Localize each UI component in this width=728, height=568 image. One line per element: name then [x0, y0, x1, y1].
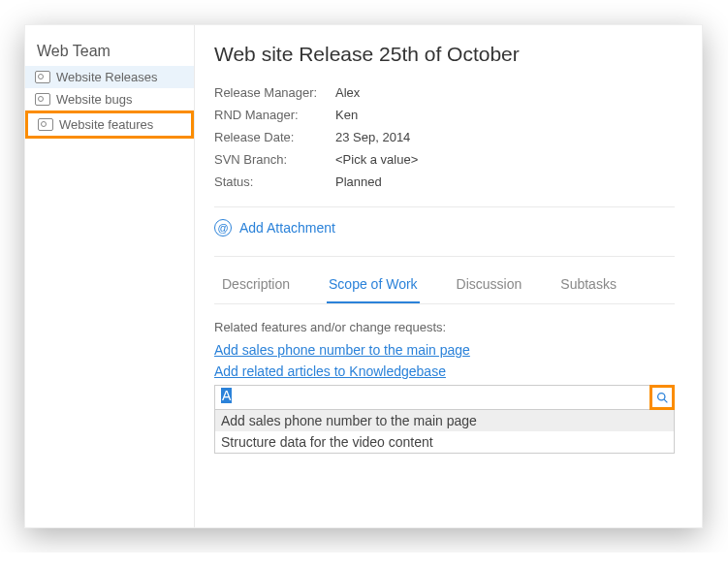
field-label: RND Manager: [214, 108, 335, 122]
search-icon [656, 392, 669, 404]
sidebar-item-website-bugs[interactable]: Website bugs [25, 88, 194, 110]
sidebar-item-website-releases[interactable]: Website Releases [25, 66, 194, 88]
sidebar-item-label: Website bugs [56, 92, 133, 107]
sidebar-item-website-features[interactable]: Website features [25, 110, 194, 139]
field-value[interactable]: Planned [335, 174, 382, 189]
field-release-manager: Release Manager: Alex [214, 81, 675, 104]
sidebar-item-label: Website features [59, 117, 153, 132]
folder-icon [35, 93, 50, 106]
field-value[interactable]: Alex [335, 85, 360, 100]
main-content: Web site Release 25th of October Release… [195, 25, 702, 527]
divider [214, 206, 675, 207]
autocomplete-option[interactable]: Structure data for the video content [215, 431, 674, 453]
field-release-date: Release Date: 23 Sep, 2014 [214, 126, 675, 148]
field-value[interactable]: 23 Sep, 2014 [335, 130, 410, 144]
related-link[interactable]: Add related articles to Knowledgebase [214, 363, 675, 379]
field-label: Release Date: [214, 130, 335, 144]
tab-discussion[interactable]: Discussion [455, 267, 524, 303]
search-button[interactable] [649, 385, 675, 410]
sidebar: Web Team Website Releases Website bugs W… [25, 25, 195, 527]
field-value[interactable]: Ken [335, 108, 358, 122]
svg-line-1 [664, 399, 667, 402]
field-status: Status: Planned [214, 171, 675, 193]
tab-subtasks[interactable]: Subtasks [558, 267, 618, 303]
field-value[interactable]: <Pick a value> [335, 152, 418, 167]
add-attachment-label: Add Attachment [239, 220, 335, 236]
search-input[interactable]: A [214, 385, 650, 410]
autocomplete-dropdown: Add sales phone number to the main page … [214, 410, 675, 454]
tabs: Description Scope of Work Discussion Sub… [214, 267, 675, 304]
related-link[interactable]: Add sales phone number to the main page [214, 342, 675, 358]
sidebar-item-label: Website Releases [56, 70, 158, 84]
related-features-label: Related features and/or change requests: [214, 320, 675, 334]
field-label: Status: [214, 174, 335, 189]
search-input-text: A [221, 388, 232, 403]
field-label: SVN Branch: [214, 152, 335, 167]
autocomplete-option[interactable]: Add sales phone number to the main page [215, 410, 674, 431]
search-row: A [214, 385, 675, 410]
tab-description[interactable]: Description [220, 267, 292, 303]
attachment-icon: @ [214, 219, 232, 237]
app-window: Web Team Website Releases Website bugs W… [24, 24, 703, 528]
field-label: Release Manager: [214, 85, 335, 100]
divider [214, 256, 675, 257]
sidebar-title: Web Team [25, 43, 194, 66]
field-rnd-manager: RND Manager: Ken [214, 104, 675, 126]
tab-scope-of-work[interactable]: Scope of Work [327, 267, 420, 303]
page-title: Web site Release 25th of October [214, 43, 675, 66]
folder-icon [38, 118, 53, 131]
field-svn-branch: SVN Branch: <Pick a value> [214, 148, 675, 171]
add-attachment-button[interactable]: @ Add Attachment [214, 217, 675, 242]
svg-point-0 [657, 393, 664, 399]
folder-icon [35, 71, 50, 83]
